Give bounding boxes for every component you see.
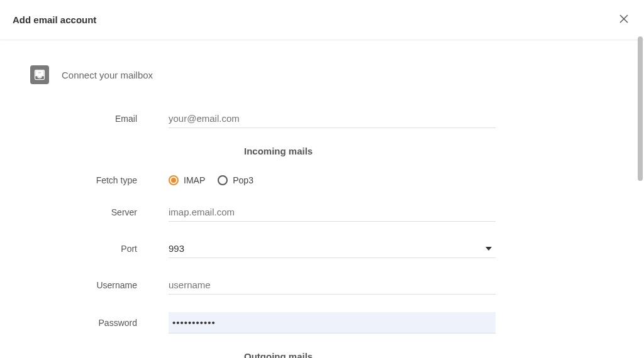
fetch-type-row: Fetch type IMAP Pop3	[30, 175, 614, 185]
dialog-title: Add email account	[13, 14, 96, 25]
dialog-header: Add email account	[0, 0, 644, 40]
fetch-type-pop3-label: Pop3	[233, 175, 253, 185]
username-input[interactable]	[169, 276, 496, 295]
outgoing-heading: Outgoing mails	[30, 351, 614, 358]
dialog-content: Connect your mailbox Email Incoming mail…	[0, 40, 644, 358]
email-label: Email	[30, 114, 169, 124]
incoming-heading: Incoming mails	[30, 146, 614, 156]
chevron-down-icon	[486, 247, 492, 251]
close-icon	[619, 14, 629, 24]
port-label: Port	[30, 244, 169, 254]
email-input[interactable]	[169, 109, 496, 128]
username-row: Username	[30, 276, 614, 295]
server-input[interactable]	[169, 203, 496, 222]
port-row: Port 993	[30, 239, 614, 258]
fetch-type-imap-radio[interactable]: IMAP	[169, 175, 205, 185]
port-value: 993	[169, 239, 496, 258]
radio-selected-icon	[169, 175, 179, 185]
radio-unselected-icon	[218, 175, 228, 185]
username-label: Username	[30, 280, 169, 290]
section-title: Connect your mailbox	[62, 70, 153, 80]
mailbox-icon	[30, 65, 49, 84]
section-header: Connect your mailbox	[30, 65, 614, 84]
server-label: Server	[30, 207, 169, 217]
server-row: Server	[30, 203, 614, 222]
fetch-type-radio-group: IMAP Pop3	[169, 175, 496, 185]
scrollbar[interactable]	[638, 36, 643, 181]
password-row: Password	[30, 312, 614, 334]
password-label: Password	[30, 318, 169, 328]
fetch-type-label: Fetch type	[30, 175, 169, 185]
port-select[interactable]: 993	[169, 239, 496, 258]
close-button[interactable]	[616, 11, 631, 28]
fetch-type-pop3-radio[interactable]: Pop3	[218, 175, 253, 185]
email-row: Email	[30, 109, 614, 128]
fetch-type-imap-label: IMAP	[184, 175, 205, 185]
password-input[interactable]	[169, 312, 496, 334]
